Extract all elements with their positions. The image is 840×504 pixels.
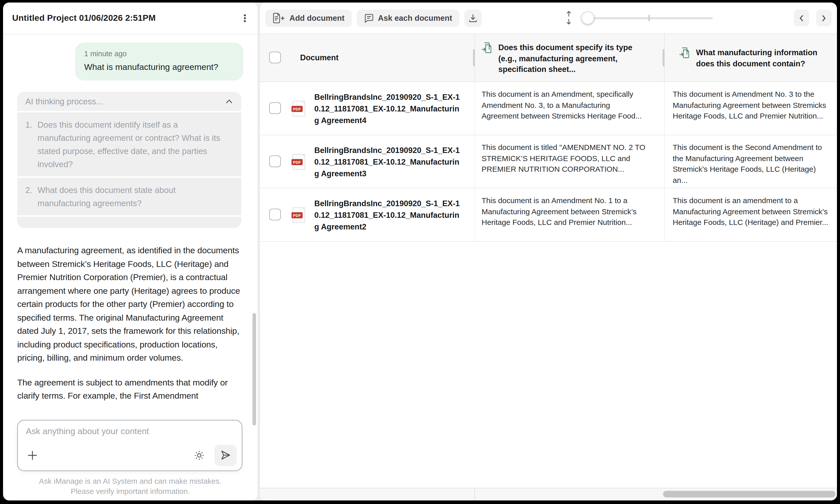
kebab-menu-icon <box>240 14 249 23</box>
app-window: Untitled Project 01/06/2026 2:51PM 1 min… <box>0 0 840 504</box>
question-column-header-1: Does this document specify its type (e.g… <box>482 42 649 75</box>
question-column-header-2: What manufacturing information does this… <box>679 47 832 69</box>
message-timestamp: 1 minute ago <box>84 50 234 58</box>
chat-scroll-area: 1 minute ago What is manufacturing agree… <box>3 34 258 403</box>
document-name[interactable]: BellringBrandsInc_20190920_S-1_EX-10.12_… <box>314 82 463 135</box>
download-button[interactable] <box>465 10 482 26</box>
ai-thinking-label: AI thinking process... <box>25 96 224 106</box>
pdf-file-icon: PDF <box>293 101 305 116</box>
step-text: Does this document identify itself as a … <box>37 118 223 171</box>
send-icon <box>220 449 232 462</box>
ask-documents-icon <box>679 47 690 69</box>
column-resize-handle[interactable] <box>473 49 475 66</box>
page-fold <box>302 154 305 158</box>
chat-panel-header: Untitled Project 01/06/2026 2:51PM <box>3 2 258 34</box>
pdf-badge: PDF <box>292 159 302 165</box>
document-column-header: Document <box>300 34 339 82</box>
answer-cell-q1: This document is an Amendment No. 1 to a… <box>482 195 649 228</box>
chevron-right-icon <box>820 14 828 22</box>
table-footer-bar <box>260 488 837 501</box>
chevron-left-icon <box>798 14 806 22</box>
row-checkbox[interactable] <box>269 209 281 220</box>
document-row[interactable]: PDF BellringBrandsInc_20190920_S-1_EX-10… <box>260 82 837 135</box>
question-2-text: What manufacturing information does this… <box>696 47 832 69</box>
step-number: 2. <box>25 183 37 210</box>
page-fold <box>302 207 305 211</box>
add-document-button[interactable]: Add document <box>265 10 352 26</box>
add-document-label: Add document <box>290 14 345 22</box>
settings-button[interactable] <box>191 447 207 464</box>
download-icon <box>468 13 478 23</box>
row-checkbox[interactable] <box>269 102 281 114</box>
pdf-badge: PDF <box>292 212 302 218</box>
page-fold <box>302 101 305 104</box>
ai-disclaimer: Ask iManage is an AI System and can make… <box>3 476 258 497</box>
chat-bubble-icon <box>364 13 374 23</box>
thinking-step: 1. Does this document identify itself as… <box>17 112 241 176</box>
ask-input-actions <box>25 444 237 467</box>
ai-answer: A manufacturing agreement, as identified… <box>17 244 244 403</box>
project-title: Untitled Project 01/06/2026 2:51PM <box>12 13 156 23</box>
pdf-file-icon: PDF <box>293 154 305 170</box>
ai-thinking-card: AI thinking process... 1. Does this docu… <box>17 92 241 228</box>
select-all-checkbox[interactable] <box>269 52 281 63</box>
ask-documents-icon <box>482 42 492 75</box>
document-panel: Add document Ask each document <box>260 2 837 501</box>
plus-icon <box>27 449 38 462</box>
send-button[interactable] <box>214 445 237 466</box>
slider-midpoint-tick <box>648 15 650 21</box>
document-name[interactable]: BellringBrandsInc_20190920_S-1_EX-10.12_… <box>314 188 463 241</box>
step-text: What does this document state about manu… <box>37 183 223 210</box>
answer-cell-q2: This document is an amendment to a Manuf… <box>673 195 831 228</box>
disclaimer-line-2: Please verify important information. <box>3 486 258 497</box>
attach-button[interactable] <box>25 448 40 463</box>
chat-panel: Untitled Project 01/06/2026 2:51PM 1 min… <box>3 2 258 501</box>
resize-updown-icon <box>563 10 575 26</box>
row-checkbox[interactable] <box>269 156 281 167</box>
ask-each-document-button[interactable]: Ask each document <box>357 10 459 26</box>
answer-paragraph-1: A manufacturing agreement, as identified… <box>17 244 244 365</box>
next-page-button[interactable] <box>816 10 832 26</box>
answer-cell-q1: This document is titled "AMENDMENT NO. 2… <box>482 142 649 175</box>
document-row[interactable]: PDF BellringBrandsInc_20190920_S-1_EX-10… <box>260 188 837 241</box>
pdf-file-icon: PDF <box>293 207 305 223</box>
ai-thinking-header[interactable]: AI thinking process... <box>17 92 241 111</box>
add-document-icon <box>272 13 285 23</box>
question-1-text: Does this document specify its type (e.g… <box>498 42 649 75</box>
slider-thumb[interactable] <box>581 12 594 24</box>
slider-track[interactable] <box>587 17 713 19</box>
document-toolbar: Add document Ask each document <box>260 2 837 33</box>
project-menu-button[interactable] <box>237 11 252 26</box>
horizontal-scrollbar-thumb[interactable] <box>663 491 836 498</box>
answer-cell-q1: This document is an Amendment, specifica… <box>482 89 649 121</box>
ask-each-document-label: Ask each document <box>378 14 452 22</box>
answer-paragraph-2: The agreement is subject to amendments t… <box>17 376 244 403</box>
thinking-step: 2. What does this document state about m… <box>17 178 241 215</box>
disclaimer-line-1: Ask iManage is an AI System and can make… <box>3 476 258 486</box>
document-name[interactable]: BellringBrandsInc_20190920_S-1_EX-10.12_… <box>314 135 463 188</box>
step-number: 1. <box>25 118 37 171</box>
footer-column-divider <box>474 488 475 501</box>
column-resize-handle[interactable] <box>663 49 665 66</box>
answer-cell-q2: This document is the Second Amendment to… <box>673 142 831 185</box>
ask-input-box <box>17 420 242 471</box>
document-row[interactable]: PDF BellringBrandsInc_20190920_S-1_EX-10… <box>260 135 837 188</box>
pdf-badge: PDF <box>292 106 302 112</box>
thinking-card-footer <box>17 217 241 228</box>
chevron-up-icon <box>224 96 234 106</box>
gear-icon <box>193 449 205 462</box>
chat-scrollbar-thumb[interactable] <box>252 313 256 426</box>
table-header: Document Does this document specify its … <box>260 33 837 82</box>
message-text: What is manufacturing agreement? <box>84 62 234 72</box>
user-message-bubble: 1 minute ago What is manufacturing agree… <box>75 42 243 80</box>
previous-page-button[interactable] <box>794 10 809 26</box>
answer-cell-q2: This document is Amendment No. 3 to the … <box>673 89 831 121</box>
